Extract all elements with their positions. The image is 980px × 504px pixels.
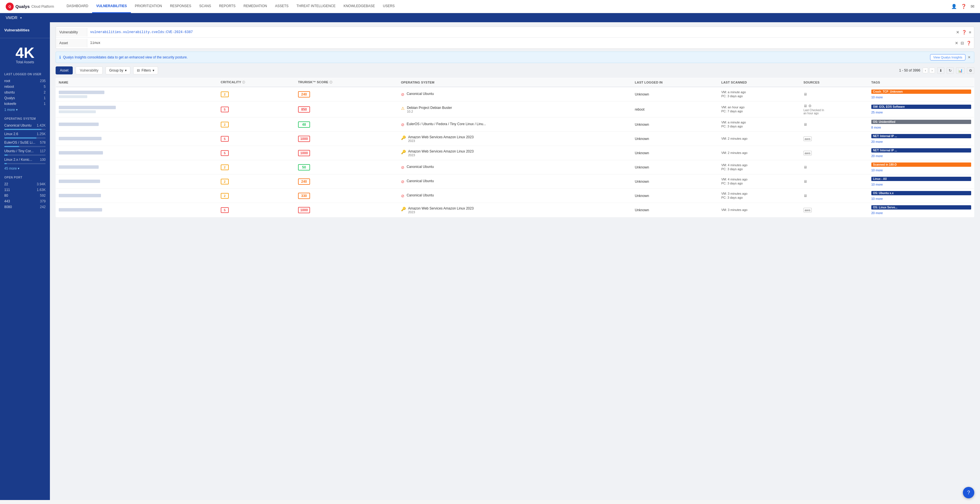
asset-name-cell[interactable] — [56, 146, 218, 160]
nav-remediation[interactable]: REMEDIATION — [240, 0, 271, 13]
user-row-ubuntu[interactable]: ubuntu 2 — [4, 89, 46, 95]
port-row-8080[interactable]: 8080 242 — [4, 204, 46, 210]
tag-badge[interactable]: OS: Unidentified — [871, 120, 971, 124]
more-tags-link[interactable]: 8 more — [871, 126, 971, 129]
asset-help-btn[interactable]: ❓ — [966, 41, 971, 45]
more-tags-link[interactable]: 20 more — [871, 211, 971, 215]
filters-button[interactable]: ⊟ Filters ▾ — [133, 67, 158, 75]
module-dropdown-icon[interactable]: ▾ — [20, 16, 22, 19]
tag-badge[interactable]: OS: Ubuntu x.x — [871, 191, 971, 195]
more-tags-link[interactable]: 10 more — [871, 183, 971, 186]
asset-name-cell[interactable] — [56, 118, 218, 132]
port-row-111[interactable]: 111 1.63K — [4, 187, 46, 193]
table-row[interactable]: 2 48 ⊘ EulerOS / Ubuntu / Fedora / Tiny … — [56, 118, 974, 132]
os-label-euler[interactable]: EulerOS / SuSE Li... — [4, 140, 35, 145]
asset-expand-btn[interactable]: ⊟ — [961, 41, 964, 45]
table-row[interactable]: 5 1000 🔑 Amazon Web Services Amazon Linu… — [56, 203, 974, 217]
nav-dashboard[interactable]: DASHBOARD — [62, 0, 92, 13]
user-label-qualys[interactable]: Qualys — [4, 96, 15, 100]
more-tags-link[interactable]: 10 more — [871, 95, 971, 99]
os-row-linux2x[interactable]: Linux 2.x / Konic... 100 — [4, 157, 46, 162]
user-row-root[interactable]: root 235 — [4, 78, 46, 84]
nav-threat-intelligence[interactable]: THREAT INTELLIGENCE — [293, 0, 340, 13]
asset-name-cell[interactable] — [56, 102, 218, 118]
tag-badge[interactable]: NET: Internal IP ... — [871, 134, 971, 138]
prev-page-button[interactable]: ‹ — [923, 68, 928, 73]
port-row-80[interactable]: 80 592 — [4, 193, 46, 199]
nav-assets[interactable]: ASSETS — [271, 0, 292, 13]
more-tags-link[interactable]: 20 more — [871, 140, 971, 143]
asset-name-cell[interactable] — [56, 203, 218, 217]
tag-badge[interactable]: NET: Internal IP ... — [871, 148, 971, 153]
nav-prioritization[interactable]: PRIORITIZATION — [131, 0, 166, 13]
vulnerability-help-btn[interactable]: ❓ — [962, 30, 967, 35]
more-tags-link[interactable]: 20 more — [871, 154, 971, 157]
asset-clear-btn[interactable]: ✕ — [955, 41, 958, 45]
port-label-80[interactable]: 80 — [4, 194, 8, 197]
os-label-linux2x[interactable]: Linux 2.x / Konic... — [4, 157, 32, 162]
asset-name-cell[interactable] — [56, 175, 218, 189]
os-row-ubuntu-tiny[interactable]: Ubuntu / Tiny Cor... 117 — [4, 148, 46, 154]
table-row[interactable]: 2 330 ⊘ Canonical Ubuntu Unknown VM: 3 m… — [56, 189, 974, 203]
more-tags-link[interactable]: 10 more — [871, 169, 971, 172]
table-row[interactable]: 5 1000 🔑 Amazon Web Services Amazon Linu… — [56, 132, 974, 146]
info-close-icon[interactable]: ✕ — [968, 55, 970, 59]
vulnerability-clear-btn[interactable]: ✕ — [956, 30, 959, 35]
nav-knowledgebase[interactable]: KNOWLEDGEBASE — [339, 0, 379, 13]
asset-name-cell[interactable] — [56, 87, 218, 102]
user-label-ubuntu[interactable]: ubuntu — [4, 91, 15, 94]
tag-badge[interactable]: SW: EOL EOS Software — [871, 105, 971, 109]
os-label-ubuntu-tiny[interactable]: Ubuntu / Tiny Cor... — [4, 149, 33, 153]
tab-vulnerability[interactable]: Vulnerability — [76, 67, 103, 75]
os-row-ubuntu[interactable]: Canonical Ubuntu 1.42K — [4, 122, 46, 128]
tag-badge[interactable]: OS: Linux Serve... — [871, 205, 971, 210]
os-label-linux26[interactable]: Linux 2.6 — [4, 132, 18, 136]
user-row-kokeefe[interactable]: kokeefe 1 — [4, 101, 46, 107]
os-label-ubuntu[interactable]: Canonical Ubuntu — [4, 124, 31, 127]
users-more-link[interactable]: 1 more ▾ — [4, 107, 46, 113]
port-label-22[interactable]: 22 — [4, 182, 8, 186]
refresh-button[interactable]: ↻ — [947, 67, 954, 74]
user-icon[interactable]: 👤 — [951, 4, 957, 9]
asset-name-cell[interactable] — [56, 189, 218, 203]
tag-badge[interactable]: Crash_TCP_Unknown — [871, 89, 971, 94]
user-label-kokeefe[interactable]: kokeefe — [4, 102, 16, 106]
help-icon[interactable]: ❓ — [961, 4, 967, 9]
tag-badge[interactable]: Scanned in 180-D — [871, 162, 971, 167]
view-insights-button[interactable]: View Qualys Insights — [930, 54, 966, 60]
asset-name-cell[interactable] — [56, 132, 218, 146]
port-row-22[interactable]: 22 3.94K — [4, 181, 46, 187]
table-row[interactable]: 5 850 ⚠ Debian Project Debian Buster10.2… — [56, 102, 974, 118]
nav-reports[interactable]: REPORTS — [215, 0, 240, 13]
tab-asset[interactable]: Asset — [56, 67, 73, 75]
os-row-euler[interactable]: EulerOS / SuSE Li... 578 — [4, 140, 46, 145]
download-button[interactable]: ⬇ — [937, 67, 944, 74]
port-label-8080[interactable]: 8080 — [4, 205, 12, 209]
more-tags-link[interactable]: 10 more — [871, 197, 971, 200]
group-by-button[interactable]: Group by ▾ — [105, 67, 130, 75]
asset-name-cell[interactable] — [56, 160, 218, 175]
nav-users[interactable]: USERS — [379, 0, 398, 13]
next-page-button[interactable]: › — [929, 68, 935, 73]
table-row[interactable]: 5 1000 🔑 Amazon Web Services Amazon Linu… — [56, 146, 974, 160]
nav-vulnerabilities[interactable]: VULNERABILITIES — [92, 0, 130, 13]
table-row[interactable]: 2 240 ⊘ Canonical Ubuntu Unknown VM: 4 m… — [56, 175, 974, 189]
floating-help-button[interactable]: ? — [963, 487, 974, 498]
user-row-reboot[interactable]: reboot 5 — [4, 84, 46, 89]
asset-input[interactable]: linux — [87, 39, 952, 47]
nav-responses[interactable]: RESPONSES — [166, 0, 196, 13]
mail-icon[interactable]: ✉ — [970, 4, 974, 9]
tag-badge[interactable]: Linux - All — [871, 177, 971, 181]
port-label-111[interactable]: 111 — [4, 188, 10, 192]
table-row[interactable]: 2 50 ⊘ Canonical Ubuntu Unknown VM: 4 mi… — [56, 160, 974, 175]
vulnerability-input[interactable]: vulnerabilities.vulnerability.cveIds:CVE… — [87, 29, 953, 36]
os-row-linux26[interactable]: Linux 2.6 1.25K — [4, 131, 46, 137]
nav-scans[interactable]: SCANS — [196, 0, 215, 13]
user-label-root[interactable]: root — [4, 79, 10, 83]
user-label-reboot[interactable]: reboot — [4, 85, 14, 89]
settings-button[interactable]: ⚙ — [967, 67, 974, 74]
port-row-443[interactable]: 443 379 — [4, 199, 46, 204]
more-tags-link[interactable]: 25 more — [871, 111, 971, 114]
table-row[interactable]: 2 240 ⊘ Canonical Ubuntu Unknown VM: a m… — [56, 87, 974, 102]
port-label-443[interactable]: 443 — [4, 199, 10, 203]
